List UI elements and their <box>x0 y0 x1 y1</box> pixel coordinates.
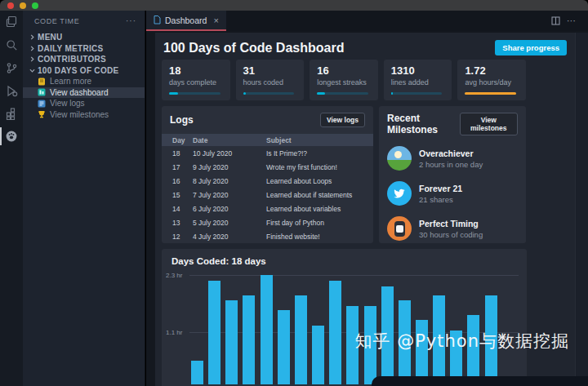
table-row: 124 July 2020Finished website! <box>162 229 373 243</box>
chart-title: Days Coded: 18 days <box>172 256 266 266</box>
stat-label: avg hours/day <box>465 78 519 87</box>
sidebar-more-actions[interactable]: ··· <box>126 16 136 25</box>
chevron-right-icon <box>28 34 36 40</box>
milestone-name: Overachiever <box>419 149 483 158</box>
sidebar-section-label: CONTRIBUTORS <box>38 55 106 64</box>
logs-cell: 7 July 2020 <box>193 188 266 202</box>
milestone-name: Forever 21 <box>419 184 462 193</box>
sidebar-item-label: Learn more <box>50 77 91 86</box>
search-icon[interactable] <box>0 33 23 56</box>
milestone-overachiever: Overachiever2 hours in one day <box>379 146 526 171</box>
stat-card-days-complete: 18days complete <box>162 60 230 100</box>
watch-badge-icon <box>387 216 412 241</box>
chart-bar-day-1 <box>191 361 203 384</box>
minimize-window-button[interactable] <box>20 2 26 9</box>
view-logs-button[interactable]: View logs <box>320 113 365 127</box>
logs-title: Logs <box>170 114 194 126</box>
sidebar-tree: MENUDAILY METRICSCONTRIBUTORS100 DAYS OF… <box>23 32 145 120</box>
stat-progress-bar <box>243 92 295 95</box>
logs-cell: 12 <box>162 229 193 243</box>
sidebar-item-label: View milestones <box>50 110 109 119</box>
chevron-right-icon <box>28 46 36 51</box>
logs-cell: Learned about if statements <box>266 188 373 202</box>
chart-bar-day-2 <box>208 281 220 384</box>
table-row: 157 July 2020Learned about if statements <box>162 188 373 202</box>
logs-cell: 4 July 2020 <box>193 229 266 243</box>
tab-dashboard[interactable]: Dashboard × <box>146 11 226 31</box>
learn-more-icon <box>38 78 46 86</box>
watermark-text: 知乎 @Python与数据挖掘 <box>355 330 569 353</box>
watermark-strip <box>372 376 588 386</box>
zoom-window-button[interactable] <box>32 2 38 9</box>
logs-cell: Learned about Loops <box>266 174 373 188</box>
chart-bar-day-8 <box>312 326 324 384</box>
stat-card-avg-hours-day: 1.72avg hours/day <box>457 60 526 100</box>
table-row: 1810 July 2020Is It Prime?!? <box>162 146 373 160</box>
sidebar-section-contributors[interactable]: CONTRIBUTORS <box>23 54 145 65</box>
stat-progress-bar <box>169 92 220 95</box>
stat-card-hours-coded: 31hours coded <box>236 60 305 100</box>
logs-cell: 8 July 2020 <box>193 174 266 188</box>
view-milestones-button[interactable]: View milestones <box>460 113 518 135</box>
share-progress-button[interactable]: Share progress <box>495 40 567 55</box>
chart-bar-day-6 <box>278 310 290 384</box>
table-row: 179 July 2020Wrote my first function! <box>162 160 373 174</box>
logs-cell: 17 <box>162 160 193 174</box>
chart-bar-day-5 <box>261 275 273 384</box>
logs-cell: 6 July 2020 <box>193 202 266 215</box>
stat-card-longest-streaks: 16longest streaks <box>310 60 378 100</box>
source-control-icon[interactable] <box>0 56 23 79</box>
chart-bar-day-3 <box>225 300 238 384</box>
more-actions-icon[interactable]: ⋯ <box>567 16 577 26</box>
logs-cell: 15 <box>162 188 193 202</box>
extensions-icon[interactable] <box>0 102 23 125</box>
sidebar-item-view-logs[interactable]: View logs <box>23 98 145 109</box>
chevron-right-icon <box>28 56 36 62</box>
logs-cell: Is It Prime?!? <box>266 146 373 160</box>
logs-column-date: Date <box>193 134 266 146</box>
sidebar-section-daily-metrics[interactable]: DAILY METRICS <box>23 43 145 55</box>
stat-value: 1.72 <box>465 64 519 77</box>
chart-bar-day-7 <box>295 295 307 384</box>
milestone-perfect-timing: Perfect Timing30 hours of coding <box>379 216 526 241</box>
logs-cell: Wrote my first function! <box>266 160 373 174</box>
logs-cell: 16 <box>162 174 193 188</box>
stat-value: 18 <box>169 64 223 77</box>
stat-label: days complete <box>169 78 223 87</box>
logs-cell: 9 July 2020 <box>193 160 266 174</box>
logs-cell: 14 <box>162 202 193 215</box>
logs-table: DayDateSubject 1810 July 2020Is It Prime… <box>162 134 373 243</box>
logs-column-day: Day <box>162 134 193 146</box>
sidebar-section-label: MENU <box>38 33 63 42</box>
logs-cell: Learned about variables <box>266 202 373 215</box>
table-row: 168 July 2020Learned about Loops <box>162 174 373 188</box>
table-row: 135 July 2020First day of Python <box>162 215 373 229</box>
tab-close-icon[interactable]: × <box>213 16 218 25</box>
logs-cell: 5 July 2020 <box>193 215 266 229</box>
sidebar-item-label: View dashboard <box>50 88 109 97</box>
milestone-desc: 2 hours in one day <box>419 160 483 169</box>
stat-label: lines added <box>391 78 445 87</box>
milestone-name: Perfect Timing <box>419 219 483 228</box>
sidebar-item-view-milestones[interactable]: View milestones <box>23 109 145 121</box>
twitter-badge-icon <box>387 181 412 206</box>
stat-value: 1310 <box>391 64 445 77</box>
days-coded-chart: Days Coded: 18 days 2.3 hr1.1 hr <box>162 249 527 386</box>
code-time-icon[interactable] <box>0 125 23 148</box>
panel-scrollbar[interactable] <box>575 33 588 386</box>
editor-tab-bar: Dashboard × ⋯ <box>146 11 588 31</box>
sidebar-item-learn-more[interactable]: Learn more <box>23 76 145 87</box>
close-window-button[interactable] <box>7 2 14 9</box>
sidebar-section-100-days-of-code[interactable]: 100 DAYS OF CODE <box>23 65 145 77</box>
sidebar-item-view-dashboard[interactable]: View dashboard <box>23 87 145 99</box>
logs-cell: 18 <box>162 146 193 160</box>
run-debug-icon[interactable] <box>0 79 23 102</box>
sidebar-item-label: View logs <box>50 99 85 108</box>
sidebar-section-menu[interactable]: MENU <box>23 32 145 43</box>
explorer-icon[interactable] <box>0 11 23 33</box>
stat-progress-bar <box>391 92 443 95</box>
sidebar-title: CODE TIME <box>34 17 79 25</box>
tab-label: Dashboard <box>165 16 207 25</box>
split-editor-icon[interactable] <box>551 16 560 25</box>
logs-cell: 10 July 2020 <box>193 146 266 160</box>
